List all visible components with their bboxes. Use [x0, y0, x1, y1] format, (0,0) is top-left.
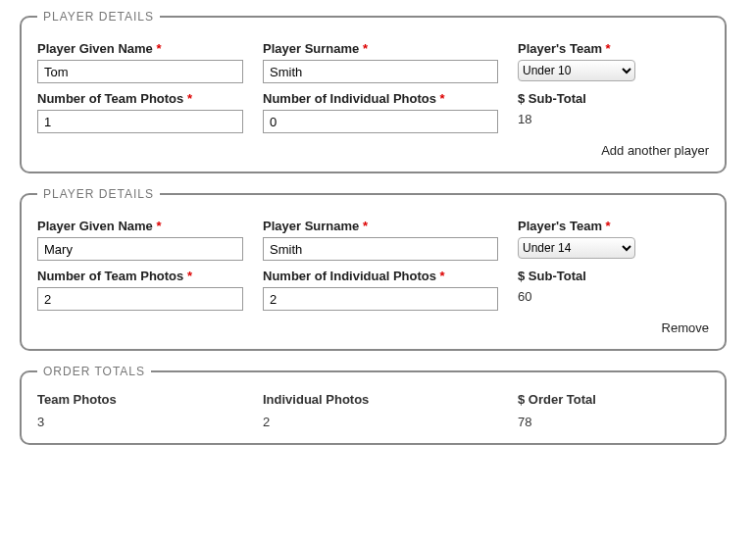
add-another-player-link[interactable]: Add another player — [601, 143, 709, 158]
required-mark: * — [363, 41, 368, 56]
required-mark: * — [440, 91, 445, 106]
label-text: Player Surname — [263, 219, 359, 233]
field-subtotal: $ Sub-Total 60 — [518, 269, 709, 311]
fieldset-legend: ORDER TOTALS — [37, 365, 151, 378]
individual-photos-input[interactable] — [263, 287, 498, 311]
label-team-photos: Number of Team Photos * — [37, 91, 243, 106]
row-name-team: Player Given Name * Player Surname * Pla… — [37, 41, 709, 83]
label-text: Number of Individual Photos — [263, 91, 436, 106]
total-order: $ Order Total 78 — [518, 392, 709, 429]
required-mark: * — [156, 219, 161, 233]
label-subtotal: $ Sub-Total — [518, 91, 709, 106]
remove-player-link[interactable]: Remove — [662, 320, 709, 335]
label-text: Player Given Name — [37, 219, 153, 233]
field-surname: Player Surname * — [263, 41, 498, 83]
individual-photos-input[interactable] — [263, 110, 498, 133]
field-team-photos: Number of Team Photos * — [37, 91, 243, 133]
label-subtotal: $ Sub-Total — [518, 269, 709, 283]
label-text: Number of Team Photos — [37, 91, 183, 106]
label-team-photos-total: Team Photos — [37, 392, 243, 407]
field-subtotal: $ Sub-Total 18 — [518, 91, 709, 133]
row-name-team: Player Given Name * Player Surname * Pla… — [37, 219, 709, 261]
action-row: Remove — [37, 320, 709, 335]
fieldset-legend: PLAYER DETAILS — [37, 10, 160, 24]
total-team-photos: Team Photos 3 — [37, 392, 243, 429]
player-details-fieldset: PLAYER DETAILS Player Given Name * Playe… — [20, 187, 727, 351]
total-individual-photos: Individual Photos 2 — [263, 392, 498, 429]
label-text: Player's Team — [518, 219, 602, 233]
team-photos-input[interactable] — [37, 110, 243, 133]
label-text: Player Surname — [263, 41, 359, 56]
order-totals-fieldset: ORDER TOTALS Team Photos 3 Individual Ph… — [20, 365, 727, 445]
label-individual-photos: Number of Individual Photos * — [263, 91, 498, 106]
fieldset-legend: PLAYER DETAILS — [37, 187, 160, 201]
label-given-name: Player Given Name * — [37, 41, 243, 56]
required-mark: * — [187, 269, 192, 283]
team-select[interactable]: Under 14 — [518, 237, 635, 259]
required-mark: * — [440, 269, 445, 283]
given-name-input[interactable] — [37, 60, 243, 83]
required-mark: * — [606, 219, 611, 233]
row-photos-subtotal: Number of Team Photos * Number of Indivi… — [37, 269, 709, 311]
action-row: Add another player — [37, 143, 709, 158]
required-mark: * — [606, 41, 611, 56]
label-team: Player's Team * — [518, 219, 709, 233]
required-mark: * — [363, 219, 368, 233]
field-individual-photos: Number of Individual Photos * — [263, 269, 498, 311]
label-text: Number of Team Photos — [37, 269, 183, 283]
subtotal-value: 18 — [518, 112, 709, 126]
required-mark: * — [187, 91, 192, 106]
subtotal-value: 60 — [518, 289, 709, 304]
label-given-name: Player Given Name * — [37, 219, 243, 233]
surname-input[interactable] — [263, 60, 498, 83]
label-order-total: $ Order Total — [518, 392, 709, 407]
label-team: Player's Team * — [518, 41, 709, 56]
label-surname: Player Surname * — [263, 219, 498, 233]
field-surname: Player Surname * — [263, 219, 498, 261]
field-team-photos: Number of Team Photos * — [37, 269, 243, 311]
team-photos-input[interactable] — [37, 287, 243, 311]
value-team-photos-total: 3 — [37, 415, 243, 429]
required-mark: * — [156, 41, 161, 56]
label-text: Player's Team — [518, 41, 602, 56]
value-order-total: 78 — [518, 415, 709, 429]
field-team: Player's Team * Under 14 — [518, 219, 709, 261]
value-individual-photos-total: 2 — [263, 415, 498, 429]
player-details-fieldset: PLAYER DETAILS Player Given Name * Playe… — [20, 10, 727, 173]
field-given-name: Player Given Name * — [37, 219, 243, 261]
row-photos-subtotal: Number of Team Photos * Number of Indivi… — [37, 91, 709, 133]
label-surname: Player Surname * — [263, 41, 498, 56]
field-team: Player's Team * Under 10 — [518, 41, 709, 83]
given-name-input[interactable] — [37, 237, 243, 261]
surname-input[interactable] — [263, 237, 498, 261]
label-text: Number of Individual Photos — [263, 269, 436, 283]
team-select[interactable]: Under 10 — [518, 60, 635, 81]
label-text: Player Given Name — [37, 41, 153, 56]
label-individual-photos: Number of Individual Photos * — [263, 269, 498, 283]
totals-row: Team Photos 3 Individual Photos 2 $ Orde… — [37, 392, 709, 429]
label-individual-photos-total: Individual Photos — [263, 392, 498, 407]
field-given-name: Player Given Name * — [37, 41, 243, 83]
label-team-photos: Number of Team Photos * — [37, 269, 243, 283]
field-individual-photos: Number of Individual Photos * — [263, 91, 498, 133]
